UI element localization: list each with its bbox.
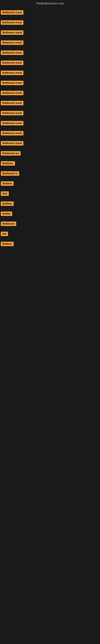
bottleneck-label[interactable]: Bottleneck result (1, 81, 23, 85)
spacer-4 (0, 293, 100, 305)
bottleneck-label[interactable]: Bottleneck result (1, 91, 23, 95)
list-item: Bottlene (0, 240, 100, 249)
site-header: TheBottlenecker.com (0, 0, 100, 8)
bottleneck-label[interactable]: Bottlene (1, 202, 14, 206)
bottleneck-label[interactable]: Bottleneck (1, 222, 16, 226)
spacer-7 (0, 330, 100, 342)
bottleneck-label[interactable]: Bottleneck result (1, 30, 23, 35)
spacer-5 (0, 305, 100, 317)
list-item: Bottleneck re (0, 169, 100, 178)
bottleneck-label[interactable]: Bottleneck res (1, 151, 21, 156)
spacer-13 (0, 402, 100, 414)
list-item: Bottleneck result (0, 38, 100, 48)
spacer-6 (0, 317, 100, 330)
list-item: Bottleneck result (0, 119, 100, 128)
list-item: Bottleneck result (0, 129, 100, 138)
spacer-3 (0, 275, 100, 287)
footer-indicator: ≡ (0, 287, 100, 293)
list-item: Bottleneck result (0, 8, 100, 18)
bottleneck-label[interactable]: Bottleneck result (1, 71, 23, 75)
bottleneck-list: Bottleneck resultBottleneck resultBottle… (0, 8, 100, 250)
bottleneck-label[interactable]: Bottleneck re (1, 171, 19, 176)
spacer-2 (0, 263, 100, 275)
bottleneck-label[interactable]: Bot (1, 232, 8, 236)
list-item: Bottleneck (0, 220, 100, 229)
list-item: Bottlene (0, 179, 100, 188)
list-item: Bottleneck result (0, 139, 100, 148)
list-item: Bottleneck result (0, 48, 100, 58)
bottleneck-label[interactable]: Bottlene (1, 181, 14, 186)
bottleneck-label[interactable]: Bottleneck result (1, 10, 23, 15)
bottleneck-label[interactable]: Bottlenec (1, 161, 15, 166)
list-item: Bottleneck result (0, 99, 100, 108)
bottleneck-label[interactable]: Bottleneck result (1, 131, 23, 136)
bottleneck-label[interactable]: Bottleneck result (1, 121, 23, 126)
list-item: Bottlenec (0, 159, 100, 168)
spacer-8 (0, 342, 100, 354)
bottleneck-label[interactable]: Bottlen (1, 212, 12, 216)
bottleneck-label[interactable]: Bott (1, 192, 9, 196)
bottleneck-label[interactable]: Bottleneck result (1, 40, 23, 45)
list-item: Bottleneck res (0, 149, 100, 158)
spacer-1 (0, 250, 100, 263)
list-item: Bottlene (0, 200, 100, 209)
list-item: Bottleneck result (0, 18, 100, 28)
spacer-12 (0, 390, 100, 402)
list-item: Bottleneck result (0, 89, 100, 98)
spacer-9 (0, 354, 100, 366)
bottleneck-label[interactable]: Bottleneck result (1, 141, 23, 146)
list-item: Bottlen (0, 210, 100, 219)
list-item: Bottleneck result (0, 109, 100, 118)
list-item: Bottleneck result (0, 58, 100, 68)
list-item: Bottleneck result (0, 79, 100, 88)
bottleneck-label[interactable]: Bottleneck result (1, 60, 23, 65)
bottleneck-label[interactable]: Bottleneck result (1, 50, 23, 55)
bottleneck-label[interactable]: Bottleneck result (1, 111, 23, 115)
bottleneck-label[interactable]: Bottleneck result (1, 101, 23, 105)
list-item: Bottleneck result (0, 28, 100, 38)
list-item: Bott (0, 190, 100, 199)
spacer-10 (0, 366, 100, 378)
list-item: Bot (0, 230, 100, 239)
bottleneck-label[interactable]: Bottleneck result (1, 20, 23, 25)
spacer-11 (0, 378, 100, 390)
site-title: TheBottlenecker.com (0, 0, 100, 8)
bottleneck-label[interactable]: Bottlene (1, 242, 14, 246)
list-item: Bottleneck result (0, 69, 100, 78)
